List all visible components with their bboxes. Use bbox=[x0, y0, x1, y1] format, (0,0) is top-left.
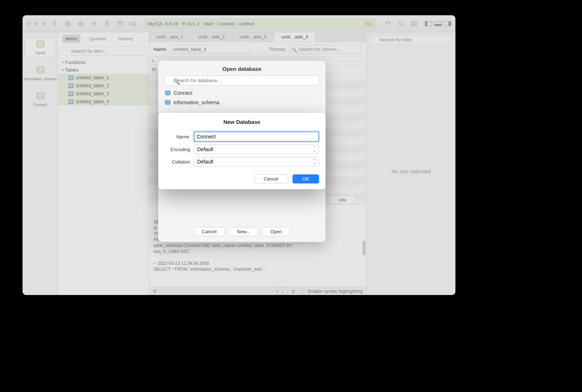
commit-icon[interactable] bbox=[50, 19, 59, 28]
syntax-label: Enable syntax highlighting bbox=[308, 288, 363, 294]
modal-buttons: Cancel New... Open bbox=[158, 223, 326, 236]
columns-icon[interactable] bbox=[410, 19, 418, 28]
table-icon bbox=[68, 91, 73, 96]
bottom-panel-toggle-icon[interactable] bbox=[434, 21, 442, 26]
item-search-input[interactable] bbox=[61, 47, 146, 56]
table-row[interactable]: untitled_table_2 bbox=[58, 82, 149, 90]
breadcrumb-text: MySQL 8.0.28 : TLSv1.2 : Start : Connect… bbox=[148, 21, 254, 27]
svg-point-18 bbox=[37, 92, 44, 95]
database-list-item[interactable]: Connect bbox=[161, 88, 323, 98]
panel-toggles[interactable] bbox=[425, 21, 451, 26]
items-tree: Functions Tables untitled_table_1 untitl… bbox=[58, 57, 149, 107]
sidebar-db-mysql[interactable]: mysql bbox=[25, 37, 56, 57]
sidebar-db-connect[interactable]: Connect bbox=[25, 90, 56, 109]
column-header: c bbox=[149, 57, 157, 65]
doc-tab[interactable]: untitl…able_3 bbox=[232, 32, 274, 42]
svg-point-0 bbox=[53, 22, 56, 25]
tree-section-functions[interactable]: Functions bbox=[58, 58, 149, 66]
no-row-message: No row selected bbox=[367, 47, 455, 295]
lock-icon[interactable] bbox=[103, 19, 111, 28]
table-row[interactable]: untitled_table_3 bbox=[58, 90, 149, 98]
svg-line-13 bbox=[402, 25, 403, 26]
svg-rect-14 bbox=[411, 22, 413, 26]
name-label: Name bbox=[154, 47, 166, 52]
chevron-updown-icon: ⌃⌄ bbox=[313, 147, 316, 151]
database-icon bbox=[165, 90, 171, 96]
document-tabs: untitl…able_1 untitl…able_2 untitl…able_… bbox=[149, 32, 366, 42]
database-icon bbox=[165, 100, 171, 105]
svg-point-12 bbox=[399, 21, 403, 25]
collation-label: Collation bbox=[165, 159, 190, 165]
search-icon: 🔍 bbox=[173, 78, 180, 85]
svg-point-6 bbox=[80, 23, 82, 25]
encoding-select[interactable]: Default⌃⌄ bbox=[194, 145, 319, 154]
ok-button[interactable]: OK bbox=[292, 174, 319, 183]
refresh-icon[interactable] bbox=[383, 19, 392, 28]
name-label: Name: bbox=[165, 134, 190, 140]
table-icon bbox=[68, 75, 73, 80]
items-panel: Items Queries History 🔍 Functions Tables… bbox=[58, 32, 149, 295]
sidebar-db-information-schema[interactable]: information_schema bbox=[25, 64, 56, 83]
add-dropdown[interactable]: +⌄ bbox=[273, 288, 287, 295]
gear-icon[interactable]: ⚙ bbox=[153, 288, 157, 294]
database-list: Connect information_schema bbox=[161, 88, 323, 107]
primary-label: Primary bbox=[269, 47, 286, 52]
table-row[interactable]: untitled_table_1 bbox=[58, 74, 149, 82]
right-panel-toggle-icon[interactable] bbox=[444, 21, 451, 26]
doc-tab[interactable]: untitl…able_4 bbox=[274, 32, 315, 42]
inspector-panel: 🔍 No row selected bbox=[366, 32, 455, 295]
sidebar-db-label: information_schema bbox=[24, 77, 56, 81]
sidebar-db-label: mysql bbox=[35, 51, 45, 55]
tree-section-tables[interactable]: Tables bbox=[58, 66, 149, 74]
list-icon[interactable] bbox=[89, 19, 98, 28]
eye-icon[interactable] bbox=[76, 19, 85, 28]
footer-bar: ⚙ +⌄ 🗑 Enable syntax highlighting bbox=[149, 287, 366, 295]
collation-select[interactable]: Default⌃⌄ bbox=[194, 157, 319, 166]
search-icon: 🔍 bbox=[291, 47, 297, 53]
doc-tab[interactable]: untitl…able_1 bbox=[149, 32, 191, 42]
items-tabs: Items Queries History bbox=[58, 32, 149, 45]
open-button[interactable]: Open bbox=[262, 227, 290, 236]
scrollbar-thumb[interactable] bbox=[363, 241, 366, 255]
database-search-input[interactable] bbox=[164, 76, 320, 85]
search-icon[interactable] bbox=[396, 19, 405, 28]
table-row[interactable]: untitled_table_4 bbox=[58, 98, 149, 106]
svg-rect-10 bbox=[105, 23, 109, 26]
loc-badge: loc bbox=[364, 21, 373, 26]
modal-title: Open database bbox=[158, 61, 326, 76]
table-icon bbox=[68, 83, 73, 88]
encoding-label: Encoding bbox=[165, 147, 190, 152]
database-name-input[interactable] bbox=[194, 132, 319, 142]
svg-rect-15 bbox=[415, 22, 416, 26]
new-database-modal: New Database Name: Encoding Default⌃⌄ Co… bbox=[158, 113, 326, 189]
syntax-checkbox[interactable] bbox=[299, 289, 304, 294]
info-button[interactable]: Info bbox=[329, 196, 355, 204]
svg-point-16 bbox=[37, 40, 44, 43]
cancel-icon[interactable] bbox=[63, 19, 72, 28]
tab-history[interactable]: History bbox=[115, 35, 136, 43]
sidebar-db-label: Connect bbox=[33, 103, 47, 107]
tab-items[interactable]: Items bbox=[62, 35, 81, 43]
table-name-input[interactable] bbox=[170, 45, 250, 53]
table-icon bbox=[68, 99, 73, 104]
window-controls[interactable] bbox=[27, 21, 46, 26]
doc-tab[interactable]: untitl…able_2 bbox=[191, 32, 232, 42]
svg-point-17 bbox=[37, 66, 44, 69]
trash-icon[interactable]: 🗑 bbox=[291, 288, 296, 294]
connection-breadcrumb[interactable]: MySQL 8.0.28 : TLSv1.2 : Start : Connect… bbox=[145, 19, 376, 28]
column-search-input[interactable] bbox=[289, 45, 362, 53]
modal-title: New Database bbox=[158, 113, 326, 130]
titlebar: SQL MySQL 8.0.28 : TLSv1.2 : Start : Con… bbox=[23, 15, 455, 32]
table-name-bar: Name Primary 🔍 bbox=[149, 42, 366, 57]
database-sidebar: mysql information_schema Connect bbox=[23, 32, 58, 295]
new-button[interactable]: New... bbox=[228, 227, 258, 236]
sql-label: SQL bbox=[129, 21, 137, 26]
database-icon[interactable] bbox=[116, 19, 124, 28]
left-panel-toggle-icon[interactable] bbox=[425, 21, 432, 26]
chevron-updown-icon: ⌃⌄ bbox=[313, 159, 316, 164]
cancel-button[interactable]: Cancel bbox=[194, 227, 225, 236]
database-list-item[interactable]: information_schema bbox=[161, 98, 323, 107]
field-search-input[interactable] bbox=[370, 35, 453, 44]
cancel-button[interactable]: Cancel bbox=[254, 174, 288, 183]
tab-queries[interactable]: Queries bbox=[86, 35, 110, 43]
